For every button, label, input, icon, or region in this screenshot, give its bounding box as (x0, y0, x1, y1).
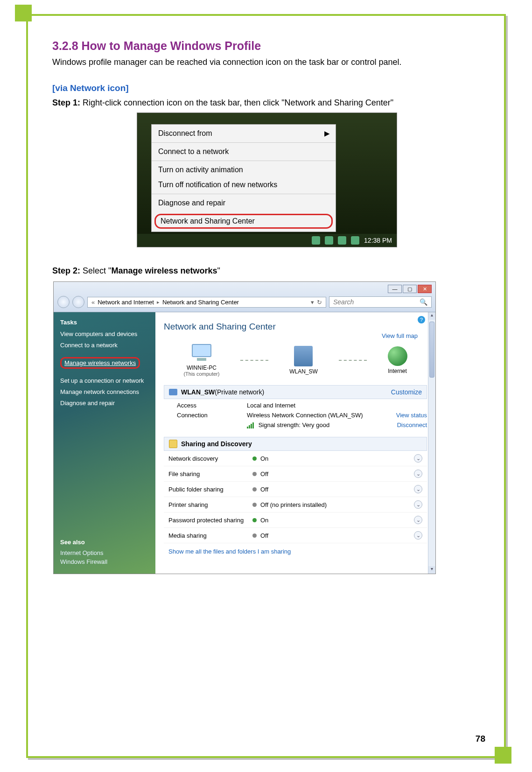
status-dot-off-icon (252, 503, 257, 507)
scroll-up-icon[interactable]: ▴ (428, 312, 435, 320)
step-2-bold: Manage wireless networks (111, 266, 217, 275)
sd-row-file-sharing: File sharing Off ⌄ (164, 466, 427, 482)
network-type: (Private network) (215, 388, 264, 396)
expand-button[interactable]: ⌄ (414, 500, 422, 509)
status-dot-on-icon (252, 518, 257, 522)
search-icon: 🔍 (420, 298, 427, 306)
page-title: Network and Sharing Center (164, 322, 427, 332)
network-diagram: WINNIE-PC (This computer) WLAN_SW Intern… (164, 342, 427, 380)
expand-button[interactable]: ⌄ (414, 516, 422, 524)
step-2-text-b: " (217, 266, 220, 275)
submenu-arrow-icon: ▶ (324, 129, 330, 138)
sd-val: Off (no printers installed) (260, 501, 327, 508)
sharing-discovery-header: Sharing and Discovery (164, 437, 427, 451)
expand-button[interactable]: ⌄ (414, 531, 422, 540)
scroll-thumb[interactable] (429, 322, 434, 378)
link-customize[interactable]: Customize (391, 388, 422, 396)
menu-item-turn-off-notification[interactable]: Turn off notification of new networks (152, 179, 336, 194)
breadcrumb-item[interactable]: Network and Sharing Center (162, 299, 239, 306)
sd-key: File sharing (168, 470, 252, 477)
corner-decoration (495, 747, 511, 764)
window-maximize-button[interactable]: ▢ (403, 285, 417, 293)
figure-context-menu: Disconnect from ▶ Connect to a network T… (137, 112, 397, 247)
status-dot-on-icon (252, 456, 257, 461)
help-icon[interactable]: ? (418, 316, 425, 323)
task-connect-to-network[interactable]: Connect to a network (60, 342, 149, 349)
expand-button[interactable]: ⌄ (414, 470, 422, 478)
sd-val: On (260, 517, 268, 524)
task-diagnose-repair[interactable]: Diagnose and repair (60, 400, 149, 407)
main-panel: ? Network and Sharing Center View full m… (155, 312, 435, 574)
task-manage-wireless-networks[interactable]: Manage wireless networks (60, 357, 140, 369)
sd-row-password-protected: Password protected sharing On ⌄ (164, 512, 427, 528)
signal-text: Signal strength: Very good (259, 421, 330, 428)
link-show-me-shared[interactable]: Show me all the files and folders I am s… (164, 543, 427, 555)
tasks-heading: Tasks (60, 319, 149, 326)
nav-forward-button[interactable] (72, 296, 84, 308)
menu-item-turn-on-activity[interactable]: Turn on activity animation (152, 161, 336, 179)
tray-clock: 12:38 PM (364, 237, 392, 244)
link-disconnect[interactable]: Disconnect (376, 421, 427, 428)
sd-key: Media sharing (168, 532, 252, 539)
step-1: Step 1: Right-click connection icon on t… (52, 98, 482, 108)
step-2: Step 2: Select "Manage wireless networks… (52, 266, 482, 276)
step-1-label: Step 1: (52, 98, 80, 107)
expand-button[interactable]: ⌄ (414, 454, 422, 463)
sd-row-network-discovery: Network discovery On ⌄ (164, 451, 427, 466)
status-dot-off-icon (252, 487, 257, 491)
search-input[interactable]: Search 🔍 (329, 296, 432, 308)
menu-item-diagnose-repair[interactable]: Diagnose and repair (152, 194, 336, 212)
window-close-button[interactable]: ✕ (418, 285, 432, 293)
diagram-internet: Internet (388, 346, 407, 374)
tray-icon[interactable] (312, 236, 320, 245)
section-intro: Windows profile manager can be reached v… (52, 57, 482, 67)
breadcrumb-sep-icon: ▸ (157, 299, 160, 305)
network-icon (169, 389, 177, 395)
refresh-icon[interactable]: ↻ (317, 299, 322, 306)
sd-key: Network discovery (168, 455, 252, 462)
diagram-router: WLAN_SW (289, 346, 318, 375)
step-1-text: Right-click connection icon on the task … (80, 98, 393, 107)
sharing-title: Sharing and Discovery (181, 440, 252, 448)
menu-item-network-sharing-center[interactable]: Network and Sharing Center (154, 214, 333, 229)
sd-row-public-folder: Public folder sharing Off ⌄ (164, 482, 427, 497)
sd-val: Off (260, 532, 268, 539)
sd-row-printer-sharing: Printer sharing Off (no printers install… (164, 497, 427, 512)
link-view-status[interactable]: View status (376, 412, 427, 419)
sd-key: Password protected sharing (168, 517, 252, 524)
scroll-down-icon[interactable]: ▾ (428, 566, 435, 574)
diagram-link (339, 360, 367, 361)
search-placeholder: Search (333, 298, 354, 306)
expand-button[interactable]: ⌄ (414, 485, 422, 493)
task-view-computers[interactable]: View computers and devices (60, 330, 149, 337)
diagram-sublabel: (This computer) (183, 371, 219, 377)
signal-strength-icon (247, 422, 254, 428)
see-also-internet-options[interactable]: Internet Options (60, 549, 149, 556)
scrollbar[interactable]: ▴ ▾ (428, 312, 435, 574)
menu-item-disconnect-from[interactable]: Disconnect from ▶ (152, 125, 336, 142)
nav-back-button[interactable] (57, 296, 70, 308)
breadcrumb[interactable]: « Network and Internet ▸ Network and Sha… (87, 297, 326, 308)
page-content: 3.2.8 How to Manage Windows Profile Wind… (52, 39, 482, 574)
see-also-windows-firewall[interactable]: Windows Firewall (60, 558, 149, 565)
task-setup-connection[interactable]: Set up a connection or network (60, 377, 149, 384)
breadcrumb-item[interactable]: Network and Internet (98, 299, 154, 306)
window-minimize-button[interactable]: — (388, 285, 402, 293)
tasks-sidebar: Tasks View computers and devices Connect… (54, 312, 155, 574)
breadcrumb-dropdown-icon[interactable]: ▾ (311, 299, 314, 306)
see-also-heading: See also (60, 539, 149, 546)
window-chrome: — ▢ ✕ « Network and Internet ▸ Network a… (54, 282, 435, 312)
tray-network-icon[interactable] (338, 236, 346, 245)
task-manage-connections[interactable]: Manage network connections (60, 388, 149, 395)
tray-icon[interactable] (325, 236, 333, 245)
link-view-full-map[interactable]: View full map (382, 332, 418, 339)
step-2-label: Step 2: (52, 266, 80, 275)
sd-row-media-sharing: Media sharing Off ⌄ (164, 528, 427, 543)
kv-val-signal: Signal strength: Very good (247, 421, 376, 428)
tray-volume-icon[interactable] (351, 236, 359, 245)
menu-item-connect-to-network[interactable]: Connect to a network (152, 142, 336, 161)
taskbar-context-menu: Disconnect from ▶ Connect to a network T… (151, 124, 336, 232)
breadcrumb-chevron-icon: « (91, 299, 95, 306)
kv-key-connection: Connection (177, 412, 247, 419)
sd-val: On (260, 455, 268, 462)
